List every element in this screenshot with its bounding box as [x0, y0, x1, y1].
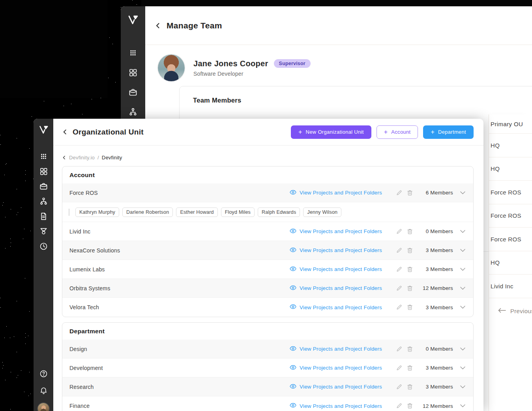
org-chart-icon[interactable] — [128, 107, 138, 117]
eye-icon — [290, 285, 296, 291]
view-projects-link[interactable]: View Projects and Project Folders — [290, 403, 382, 409]
edit-button[interactable] — [396, 228, 402, 235]
account-row[interactable]: NexaCore Solutions View Projects and Pro… — [62, 241, 473, 260]
add-account-button[interactable]: + Account — [377, 125, 418, 139]
primary-ou-cell: Livid Inc — [489, 275, 532, 298]
add-department-button[interactable]: + Department — [423, 125, 474, 139]
header-buttons: + New Organizational Unit + Account + De… — [291, 125, 474, 139]
department-row[interactable]: Research View Projects and Project Folde… — [62, 377, 473, 396]
delete-button[interactable] — [407, 365, 413, 371]
chevron-down-icon[interactable] — [460, 191, 465, 194]
breadcrumb-parent[interactable]: Devfinity.io — [69, 155, 95, 161]
members-count: 3 Members — [419, 266, 453, 272]
member-chip: Floyd Miles — [221, 207, 255, 217]
members-count: 0 Members — [419, 228, 453, 234]
edit-button[interactable] — [396, 247, 402, 254]
clock-icon[interactable] — [39, 242, 48, 251]
edit-button[interactable] — [396, 403, 402, 409]
chevron-down-icon[interactable] — [460, 287, 465, 290]
row-actions: 6 Members — [396, 190, 465, 196]
page-title: Organizational Unit — [73, 128, 144, 136]
department-row[interactable]: Development View Projects and Project Fo… — [62, 359, 473, 377]
dashboard-icon[interactable] — [39, 167, 48, 176]
account-name: Orbitra Systems — [69, 285, 290, 291]
delete-button[interactable] — [407, 285, 413, 291]
department-name: Finance — [69, 403, 290, 409]
chevron-down-icon[interactable] — [460, 366, 465, 370]
edit-button[interactable] — [396, 346, 402, 352]
notifications-bell-icon[interactable] — [39, 386, 48, 395]
chevron-down-icon[interactable] — [460, 347, 465, 351]
back-chevron-icon[interactable] — [62, 155, 66, 160]
edit-button[interactable] — [396, 304, 402, 310]
department-section: Department Design View Projects and Proj… — [62, 322, 474, 411]
account-row[interactable]: Force ROS View Projects and Project Fold… — [62, 183, 473, 202]
row-actions: 3 Members — [396, 266, 465, 273]
account-row[interactable]: Lumenix Labs View Projects and Project F… — [62, 260, 473, 279]
apps-grid-icon[interactable] — [128, 48, 138, 58]
delete-button[interactable] — [407, 304, 413, 310]
view-projects-link[interactable]: View Projects and Project Folders — [290, 384, 382, 390]
row-actions: 3 Members — [396, 304, 465, 310]
back-chevron-icon[interactable] — [62, 129, 68, 135]
edit-button[interactable] — [396, 365, 402, 371]
delete-button[interactable] — [407, 403, 413, 409]
org-chart-icon[interactable] — [39, 197, 48, 206]
chevron-down-icon[interactable] — [460, 385, 465, 389]
chevron-down-icon[interactable] — [460, 268, 465, 271]
view-projects-link[interactable]: View Projects and Project Folders — [290, 365, 382, 371]
delete-button[interactable] — [407, 190, 413, 196]
dashboard-icon[interactable] — [128, 68, 138, 77]
help-icon[interactable] — [39, 369, 48, 378]
edit-button[interactable] — [396, 285, 402, 291]
view-projects-link[interactable]: View Projects and Project Folders — [290, 247, 382, 254]
briefcase-icon[interactable] — [39, 182, 48, 191]
account-row[interactable]: Orbitra Systems View Projects and Projec… — [62, 279, 473, 298]
view-projects-link[interactable]: View Projects and Project Folders — [290, 285, 382, 291]
edit-button[interactable] — [396, 266, 402, 273]
primary-ou-cell: HQ — [489, 157, 532, 181]
primary-ou-rows: HQ HQ Force ROS Force ROS Force ROS HQ L… — [489, 134, 532, 298]
chevron-down-icon[interactable] — [460, 404, 465, 407]
view-projects-link[interactable]: View Projects and Project Folders — [290, 266, 382, 273]
department-rows: Design View Projects and Project Folders — [62, 340, 473, 411]
briefcase-icon[interactable] — [128, 88, 138, 97]
apps-grid-icon[interactable] — [39, 152, 48, 161]
edit-button[interactable] — [396, 384, 402, 390]
department-section-title: Department — [62, 323, 473, 340]
team-members-title: Team Members — [180, 86, 532, 104]
delete-button[interactable] — [407, 346, 413, 352]
members-count: 12 Members — [419, 285, 453, 291]
view-projects-link[interactable]: View Projects and Project Folders — [290, 346, 382, 352]
delete-button[interactable] — [407, 384, 413, 390]
view-projects-link[interactable]: View Projects and Project Folders — [290, 228, 382, 235]
department-row[interactable]: Finance View Projects and Project Folder… — [62, 396, 473, 411]
screenshot-stage: Manage Team Jane Jones Cooper Supervisor… — [0, 0, 532, 411]
document-icon[interactable] — [39, 212, 48, 221]
delete-button[interactable] — [407, 266, 413, 273]
view-projects-link[interactable]: View Projects and Project Folders — [290, 190, 382, 196]
user-avatar[interactable] — [38, 403, 49, 411]
profile-avatar — [158, 54, 185, 81]
view-projects-link[interactable]: View Projects and Project Folders — [290, 304, 382, 310]
eye-icon — [290, 365, 296, 371]
bg-page-title: Manage Team — [167, 21, 222, 30]
previous-button[interactable]: Previous — [489, 298, 532, 314]
row-actions: 12 Members — [396, 285, 465, 291]
primary-ou-cell: HQ — [489, 134, 532, 157]
new-organizational-unit-button[interactable]: + New Organizational Unit — [291, 125, 371, 139]
account-row[interactable]: Livid Inc View Projects and Project Fold… — [62, 222, 473, 241]
medal-icon[interactable] — [39, 227, 48, 236]
account-name: Livid Inc — [69, 228, 290, 235]
account-row[interactable]: Velora Tech View Projects and Project Fo… — [62, 298, 473, 317]
delete-button[interactable] — [407, 247, 413, 254]
app-logo-icon — [127, 14, 139, 26]
back-chevron-icon[interactable] — [155, 22, 161, 29]
chevron-down-icon[interactable] — [460, 230, 465, 233]
department-row[interactable]: Design View Projects and Project Folders — [62, 340, 473, 359]
row-actions: 12 Members — [396, 403, 465, 409]
delete-button[interactable] — [407, 228, 413, 235]
edit-button[interactable] — [396, 190, 402, 196]
chevron-down-icon[interactable] — [460, 306, 465, 309]
chevron-down-icon[interactable] — [460, 249, 465, 252]
